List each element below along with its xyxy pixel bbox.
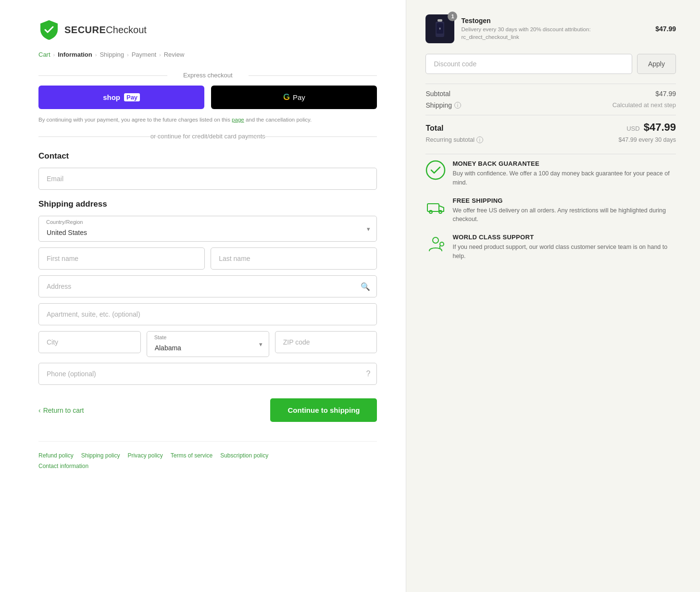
breadcrumb-cart[interactable]: Cart xyxy=(38,51,50,58)
feature-free-shipping-text: FREE SHIPPING We offer free US delivery … xyxy=(452,197,676,224)
shoppay-text: shop xyxy=(103,93,120,101)
logo-text: SECURECheckout xyxy=(64,25,147,35)
gpay-g-icon: G xyxy=(283,92,290,102)
address-wrapper: 🔍 xyxy=(38,275,377,297)
continue-to-shipping-button[interactable]: Continue to shipping xyxy=(270,398,377,422)
total-label: Total xyxy=(425,124,443,133)
feature-support-text: WORLD CLASS SUPPORT If you need product … xyxy=(452,234,676,261)
phone-input[interactable] xyxy=(38,363,377,385)
shield-logo-icon xyxy=(38,19,60,40)
feature-support-desc: If you need product support, our world c… xyxy=(452,243,676,261)
recurring-info-icon[interactable]: i xyxy=(476,136,483,143)
svg-point-9 xyxy=(440,242,444,246)
state-group: State Alabama Alaska Arizona ▾ xyxy=(147,331,269,357)
express-checkout-label: Express checkout xyxy=(38,72,377,79)
product-quantity-badge: 1 xyxy=(448,12,457,21)
city-input[interactable] xyxy=(38,331,141,353)
product-desc: Delivery every 30 days with 20% discount… xyxy=(461,25,649,41)
total-amount: $47.99 xyxy=(644,121,676,134)
city-group xyxy=(38,331,141,357)
feature-money-back-desc: Buy with confidence. We offer a 100 day … xyxy=(452,169,676,187)
feature-free-shipping-desc: We offer free US delivery on all orders.… xyxy=(452,206,676,224)
discount-row: Apply xyxy=(425,54,676,74)
contact-section-title: Contact xyxy=(38,151,377,161)
country-select[interactable]: United States xyxy=(38,216,377,242)
product-image-wrap: T 1 xyxy=(425,14,454,43)
summary-divider-mid xyxy=(425,115,676,115)
return-to-cart-link[interactable]: ‹ Return to cart xyxy=(38,407,84,414)
email-input[interactable] xyxy=(38,168,377,190)
footer-privacy-policy[interactable]: Privacy policy xyxy=(127,452,162,459)
apt-input[interactable] xyxy=(38,303,377,325)
feature-free-shipping-title: FREE SHIPPING xyxy=(452,197,676,204)
return-chevron-icon: ‹ xyxy=(38,407,41,414)
recurring-value: $47.99 every 30 days xyxy=(618,136,676,143)
payment-notice: By continuing with your payment, you agr… xyxy=(38,116,377,124)
feature-free-shipping: FREE SHIPPING We offer free US delivery … xyxy=(425,197,676,224)
shoppay-button[interactable]: shop Pay xyxy=(38,86,204,109)
breadcrumb-sep-4: › xyxy=(159,52,161,58)
shipping-value: Calculated at next step xyxy=(612,101,676,109)
shipping-section-title: Shipping address xyxy=(38,199,377,209)
apply-discount-button[interactable]: Apply xyxy=(637,54,676,74)
or-divider: or continue for credit/debit card paymen… xyxy=(38,133,377,140)
product-row: T 1 Testogen Delivery every 30 days with… xyxy=(425,14,676,43)
address-search-icon: 🔍 xyxy=(361,282,370,291)
product-price: $47.99 xyxy=(655,25,676,33)
breadcrumb-sep-2: › xyxy=(95,52,97,58)
gpay-button[interactable]: G Pay xyxy=(211,86,377,109)
phone-wrapper: ? xyxy=(38,363,377,385)
shipping-info-icon[interactable]: i xyxy=(454,102,461,109)
country-select-wrapper: Country/Region United States ▾ xyxy=(38,216,377,242)
product-bottle-icon: T xyxy=(433,19,447,38)
shipping-label: Shipping xyxy=(425,101,452,109)
total-line: Total USD $47.99 xyxy=(425,121,676,134)
breadcrumb: Cart › Information › Shipping › Payment … xyxy=(38,51,377,58)
subtotal-value: $47.99 xyxy=(655,90,676,98)
breadcrumb-review: Review xyxy=(164,51,185,58)
last-name-input[interactable] xyxy=(211,247,377,270)
svg-point-8 xyxy=(433,237,438,243)
footer-refund-policy[interactable]: Refund policy xyxy=(38,452,74,459)
phone-info-icon: ? xyxy=(366,370,371,378)
right-panel: T 1 Testogen Delivery every 30 days with… xyxy=(406,0,700,592)
city-state-zip-row: State Alabama Alaska Arizona ▾ xyxy=(38,331,377,363)
email-group xyxy=(38,168,377,190)
money-back-icon xyxy=(425,160,446,180)
name-row xyxy=(38,247,377,275)
left-panel: SECURECheckout Cart › Information › Ship… xyxy=(0,0,406,592)
shoppay-pay-badge: Pay xyxy=(124,93,140,101)
gpay-pay-text: Pay xyxy=(293,93,305,101)
breadcrumb-sep-3: › xyxy=(127,52,129,58)
notice-page-link[interactable]: page xyxy=(232,117,244,123)
address-input[interactable] xyxy=(38,275,377,297)
recurring-label: Recurring subtotal i xyxy=(425,136,483,143)
state-select-wrapper: State Alabama Alaska Arizona ▾ xyxy=(147,331,269,357)
feature-money-back-title: MONEY BACK GUARANTEE xyxy=(452,160,676,167)
address-group: 🔍 xyxy=(38,275,377,297)
footer-contact-information[interactable]: Contact information xyxy=(38,463,88,469)
feature-support: WORLD CLASS SUPPORT If you need product … xyxy=(425,234,676,261)
footer-subscription-policy[interactable]: Subscription policy xyxy=(220,452,268,459)
zip-group xyxy=(275,331,377,357)
first-name-input[interactable] xyxy=(38,247,205,270)
svg-rect-5 xyxy=(427,204,439,211)
zip-input[interactable] xyxy=(275,331,377,353)
feature-support-title: WORLD CLASS SUPPORT xyxy=(452,234,676,241)
logo-checkout: Checkout xyxy=(106,25,147,35)
footer-links: Refund policy Shipping policy Privacy po… xyxy=(38,441,377,469)
breadcrumb-payment: Payment xyxy=(132,51,156,58)
last-name-group xyxy=(211,247,377,270)
product-info: Testogen Delivery every 30 days with 20%… xyxy=(461,17,649,41)
feature-money-back: MONEY BACK GUARANTEE Buy with confidence… xyxy=(425,160,676,187)
footer-links-row: Refund policy Shipping policy Privacy po… xyxy=(38,452,377,459)
logo-secure: SECURE xyxy=(64,25,106,35)
discount-code-input[interactable] xyxy=(425,54,632,74)
summary-divider-top xyxy=(425,84,676,84)
return-to-cart-label: Return to cart xyxy=(43,407,84,414)
footer-shipping-policy[interactable]: Shipping policy xyxy=(81,452,120,459)
footer-terms-of-service[interactable]: Terms of service xyxy=(171,452,212,459)
state-select[interactable]: Alabama Alaska Arizona xyxy=(147,331,269,357)
breadcrumb-sep-1: › xyxy=(53,52,55,58)
breadcrumb-shipping: Shipping xyxy=(100,51,124,58)
